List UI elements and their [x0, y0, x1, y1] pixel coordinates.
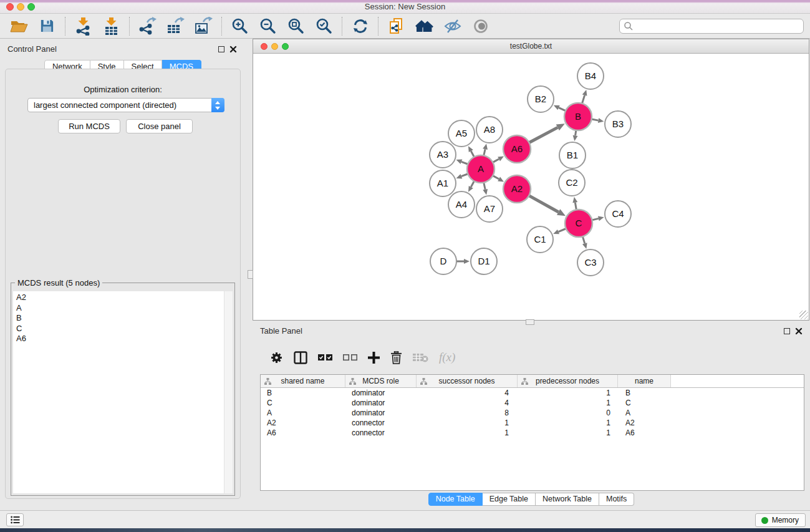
toolbar-separator: [65, 17, 65, 36]
result-scrollbar[interactable]: [224, 291, 233, 493]
mcds-result-box: MCDS result (5 nodes) A2 A B C A6: [11, 283, 235, 496]
select-all-icon[interactable]: [318, 354, 332, 361]
import-network-icon[interactable]: [69, 15, 97, 37]
table-row[interactable]: A6connector11A6: [261, 428, 804, 438]
show-graphics-details-icon[interactable]: [466, 15, 494, 37]
table-panel-title: Table Panel: [260, 326, 302, 336]
list-icon: [11, 516, 20, 524]
node-table: shared name MCDS role successor nodes pr…: [260, 374, 804, 491]
svg-text:D: D: [440, 256, 447, 266]
resize-grip[interactable]: [799, 311, 808, 319]
result-item[interactable]: C: [13, 324, 233, 334]
window-titlebar: Session: New Session: [0, 0, 810, 14]
home-icon[interactable]: [410, 15, 438, 37]
svg-text:C3: C3: [584, 257, 596, 268]
svg-text:A: A: [478, 163, 484, 174]
close-table-panel-icon[interactable]: [795, 327, 803, 335]
network-view-window: testGlobe.txt B4B2BB3A8A5A6A3B1AC2A1A2A4…: [253, 39, 809, 321]
svg-text:A8: A8: [484, 124, 495, 135]
column-header-shared-name[interactable]: shared name: [261, 375, 345, 387]
app-window: Session: New Session: [0, 0, 810, 532]
optimization-criterion-label: Optimization criterion:: [6, 85, 240, 94]
result-item[interactable]: A: [13, 303, 233, 314]
criterion-dropdown[interactable]: largest connected component (directed): [27, 98, 224, 112]
table-row[interactable]: Adominator80A: [261, 408, 804, 418]
vertical-scrollbar-thumb[interactable]: [248, 270, 253, 279]
attribute-type-icon: [521, 378, 528, 385]
export-network-icon[interactable]: [133, 15, 162, 37]
column-header-predecessor-nodes[interactable]: predecessor nodes: [518, 375, 618, 387]
window-title: Session: New Session: [0, 0, 810, 14]
function-builder-icon[interactable]: f(x): [439, 351, 455, 364]
svg-text:B: B: [575, 111, 581, 122]
attribute-type-icon: [264, 378, 271, 385]
svg-text:A1: A1: [437, 178, 448, 188]
search-input[interactable]: [634, 20, 803, 32]
search-box: [619, 19, 804, 34]
table-panel: Table Panel f(x): [253, 323, 810, 508]
svg-text:A4: A4: [456, 199, 467, 210]
result-item[interactable]: A6: [13, 334, 233, 344]
zoom-out-icon[interactable]: [254, 15, 282, 37]
memory-button[interactable]: Memory: [755, 513, 806, 527]
memory-status-icon: [761, 517, 768, 524]
refresh-icon[interactable]: [346, 15, 374, 37]
network-graph[interactable]: B4B2BB3A8A5A6A3B1AC2A1A2A4A7C4CC1C3DD1: [253, 54, 809, 320]
table-row[interactable]: Bdominator41B: [261, 388, 804, 398]
control-panel-title: Control Panel: [7, 44, 57, 54]
import-table-icon[interactable]: [97, 15, 125, 37]
svg-text:A7: A7: [484, 203, 495, 214]
run-mcds-button[interactable]: Run MCDS: [58, 119, 120, 133]
float-panel-icon[interactable]: [218, 46, 224, 52]
tab-node-table[interactable]: Node Table: [428, 493, 483, 506]
clone-network-icon[interactable]: [382, 15, 410, 37]
split-column-icon[interactable]: [294, 351, 307, 364]
tab-edge-table[interactable]: Edge Table: [483, 493, 536, 506]
zoom-fit-icon[interactable]: [282, 15, 310, 37]
toolbar-separator: [221, 17, 222, 36]
gear-icon[interactable]: [270, 351, 283, 364]
hide-graphics-details-icon[interactable]: [438, 15, 466, 37]
svg-text:D1: D1: [478, 256, 489, 266]
table-row[interactable]: A2connector11A2: [261, 418, 804, 428]
table-row[interactable]: Cdominator41C: [261, 398, 804, 408]
control-panel: Control Panel Network Style Select MCDS …: [2, 41, 243, 503]
attribute-type-icon: [349, 378, 356, 385]
column-header-name[interactable]: name: [618, 375, 671, 387]
save-session-icon[interactable]: [33, 15, 61, 37]
deselect-all-icon[interactable]: [343, 354, 357, 361]
toolbar-separator: [378, 17, 378, 36]
export-table-icon[interactable]: [162, 15, 190, 37]
svg-text:B1: B1: [567, 150, 578, 160]
mcds-result-title: MCDS result (5 nodes): [15, 278, 102, 288]
svg-text:C2: C2: [566, 177, 577, 188]
zoom-in-icon[interactable]: [226, 15, 254, 37]
table-header-empty: [671, 375, 804, 387]
float-table-panel-icon[interactable]: [784, 328, 790, 334]
tab-network-table[interactable]: Network Table: [536, 493, 599, 506]
svg-text:B4: B4: [585, 70, 596, 81]
column-header-mcds-role[interactable]: MCDS role: [345, 375, 417, 387]
network-canvas[interactable]: B4B2BB3A8A5A6A3B1AC2A1A2A4A7C4CC1C3DD1: [253, 54, 809, 319]
svg-text:C: C: [576, 218, 582, 228]
svg-text:B3: B3: [612, 118, 624, 129]
close-panel-icon[interactable]: [229, 46, 237, 53]
zoom-selected-icon[interactable]: [310, 15, 338, 37]
svg-text:A3: A3: [437, 149, 448, 160]
mcds-panel: Optimization criterion: largest connecte…: [5, 69, 241, 499]
task-history-button[interactable]: [6, 513, 24, 526]
criterion-value: largest connected component (directed): [34, 99, 176, 112]
result-item[interactable]: B: [13, 313, 233, 324]
column-header-successor-nodes[interactable]: successor nodes: [417, 375, 518, 387]
result-item[interactable]: A2: [13, 291, 233, 303]
tab-motifs[interactable]: Motifs: [599, 493, 634, 506]
delete-column-icon[interactable]: [390, 351, 402, 364]
attribute-type-icon: [420, 378, 427, 385]
close-panel-button[interactable]: Close panel: [126, 119, 193, 133]
export-image-icon[interactable]: [190, 15, 218, 37]
search-icon: [624, 21, 634, 31]
add-column-icon[interactable]: [368, 352, 380, 364]
desktop-wallpaper: [0, 528, 810, 532]
open-session-icon[interactable]: [5, 15, 33, 37]
delete-table-icon[interactable]: [413, 352, 428, 362]
